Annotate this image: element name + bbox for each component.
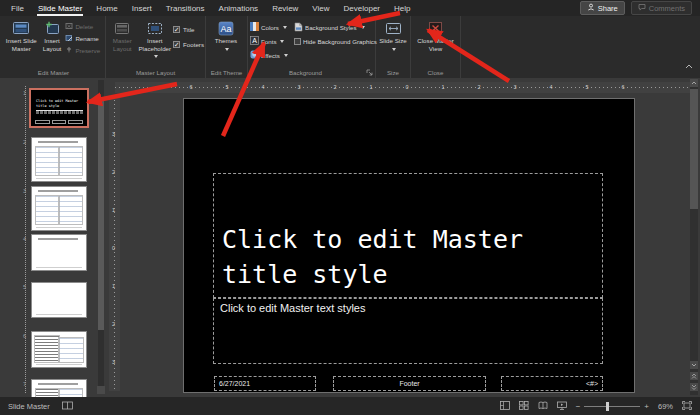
background-styles-button[interactable]: Background Styles xyxy=(294,20,378,34)
slide-size-button[interactable]: Slide Size xyxy=(378,18,408,64)
previous-slide-button[interactable] xyxy=(690,372,698,380)
next-slide-button[interactable] xyxy=(690,383,698,391)
layout-thumbnail-7[interactable] xyxy=(31,379,87,397)
zoom-out-button[interactable]: − xyxy=(576,402,581,411)
fonts-button[interactable]: A Fonts xyxy=(250,34,290,48)
group-label-master-layout: Master Layout xyxy=(106,69,205,76)
slide-number-label: 2 xyxy=(16,139,26,145)
group-label-edit-master: Edit Master xyxy=(2,69,105,76)
slide-scrollbar-thumb[interactable] xyxy=(690,89,698,209)
ruler-number: 6 xyxy=(621,84,624,90)
group-label-close: Close xyxy=(411,69,460,76)
ruler-number: 3 xyxy=(297,84,300,90)
master-layout-button[interactable]: Master Layout xyxy=(108,18,137,64)
dropdown-caret-icon xyxy=(392,48,396,51)
layout-thumbnail-3[interactable] xyxy=(31,186,87,231)
tab-developer[interactable]: Developer xyxy=(337,0,387,16)
ruler-number: 4 xyxy=(549,84,552,90)
master-title-placeholder[interactable]: Click to edit Master title style xyxy=(213,173,603,298)
dropdown-caret-icon xyxy=(283,26,287,29)
slide-number-label: 1 xyxy=(16,90,26,96)
tab-view[interactable]: View xyxy=(305,0,336,16)
background-dialog-launcher[interactable] xyxy=(365,68,373,76)
slide-scrollbar[interactable] xyxy=(690,79,698,395)
slide-canvas: Click to edit Master title style Click t… xyxy=(183,98,635,393)
tab-transitions[interactable]: Transitions xyxy=(159,0,212,16)
preserve-button[interactable]: Preserve xyxy=(65,46,103,55)
collapse-ribbon-chevron-icon[interactable] xyxy=(685,55,693,73)
colors-button[interactable]: Colors xyxy=(250,20,290,34)
delete-button[interactable]: Delete xyxy=(65,22,103,31)
slide-number-placeholder[interactable]: <#> xyxy=(501,376,603,391)
close-master-view-button[interactable]: Close Master View xyxy=(413,18,458,64)
share-button[interactable]: Share xyxy=(580,1,625,15)
date-placeholder[interactable]: 6/27/2021 xyxy=(214,376,316,391)
rename-label: Rename xyxy=(75,35,98,42)
date-text: 6/27/2021 xyxy=(219,380,250,387)
insert-layout-button[interactable]: Insert Layout xyxy=(39,18,66,64)
footer-placeholder[interactable]: Footer xyxy=(333,376,486,391)
ruler-number: 5 xyxy=(225,84,228,90)
group-background: Colors A Fonts Effects xyxy=(248,16,376,78)
zoom-slider-thumb[interactable] xyxy=(606,402,609,411)
layout-thumbnail-6[interactable] xyxy=(31,331,87,368)
title-checkbox-label: Title xyxy=(183,26,194,33)
normal-view-button[interactable] xyxy=(500,401,510,412)
slide-sorter-button[interactable] xyxy=(519,401,529,412)
ruler-number: 1 xyxy=(369,84,372,90)
master-slide-thumbnail[interactable]: Click to edit Master title style xyxy=(29,88,89,128)
slide-show-button[interactable] xyxy=(557,401,567,412)
insert-placeholder-button[interactable]: Insert Placeholder xyxy=(137,18,173,64)
slide-size-icon xyxy=(385,20,402,36)
delete-label: Delete xyxy=(75,23,93,30)
tab-home[interactable]: Home xyxy=(89,0,124,16)
zoom-in-button[interactable]: + xyxy=(644,402,649,411)
insert-slide-master-button[interactable]: Insert Slide Master xyxy=(4,18,39,64)
slide-number-label: 5 xyxy=(16,284,26,290)
title-checkbox[interactable]: Title xyxy=(173,26,203,33)
effects-button[interactable]: Effects xyxy=(250,48,290,62)
reading-view-button[interactable] xyxy=(538,401,548,412)
themes-icon: Aa xyxy=(218,20,234,36)
effects-label: Effects xyxy=(261,52,280,59)
comment-icon xyxy=(638,3,646,13)
master-body-placeholder[interactable]: Click to edit Master text styles xyxy=(213,298,603,364)
title-checkbox-box xyxy=(173,26,180,33)
display-settings-icon[interactable] xyxy=(62,401,73,412)
rename-icon xyxy=(65,34,73,43)
thumbnail-scrollbar-thumb[interactable] xyxy=(98,100,104,330)
ruler-number: 3 xyxy=(112,131,115,137)
zoom-level-label[interactable]: 69% xyxy=(658,402,673,411)
group-master-layout: Master Layout Insert Placeholder Title F… xyxy=(106,16,206,78)
layout-thumbnail-4[interactable] xyxy=(31,234,87,271)
rename-button[interactable]: Rename xyxy=(65,34,103,43)
thumbnail-scrollbar-button[interactable] xyxy=(97,386,105,394)
master-title-line1: Click to edit Master xyxy=(222,222,596,257)
hide-background-graphics-checkbox[interactable]: Hide Background Graphics xyxy=(294,34,378,48)
master-thumbnail-body-sketch xyxy=(36,111,83,114)
tab-slide-master[interactable]: Slide Master xyxy=(31,0,89,16)
tab-insert[interactable]: Insert xyxy=(125,0,159,16)
comments-button[interactable]: Comments xyxy=(631,1,692,15)
svg-text:A: A xyxy=(252,37,257,44)
tab-help[interactable]: Help xyxy=(387,0,417,16)
dropdown-caret-icon xyxy=(225,48,229,51)
scroll-up-button[interactable] xyxy=(690,79,698,87)
scroll-down-button[interactable] xyxy=(690,361,698,369)
delete-icon xyxy=(65,22,73,31)
zoom-slider[interactable] xyxy=(584,406,640,407)
fit-slide-to-window-button[interactable] xyxy=(682,401,692,412)
layout-thumbnail-2[interactable] xyxy=(31,137,87,182)
footers-checkbox-box xyxy=(173,41,180,48)
dropdown-caret-icon xyxy=(361,26,365,29)
layout-thumbnail-5[interactable] xyxy=(31,282,87,318)
slide-number-label: 4 xyxy=(16,236,26,242)
group-edit-theme: Aa Themes Edit Theme xyxy=(206,16,248,78)
tab-file[interactable]: File xyxy=(4,0,31,16)
master-thumbnail-footers xyxy=(35,120,83,124)
tab-animations[interactable]: Animations xyxy=(212,0,266,16)
footers-checkbox[interactable]: Footers xyxy=(173,41,203,48)
tab-review[interactable]: Review xyxy=(265,0,305,16)
themes-button[interactable]: Aa Themes xyxy=(208,18,244,64)
slide-number-label: 7 xyxy=(16,381,26,387)
